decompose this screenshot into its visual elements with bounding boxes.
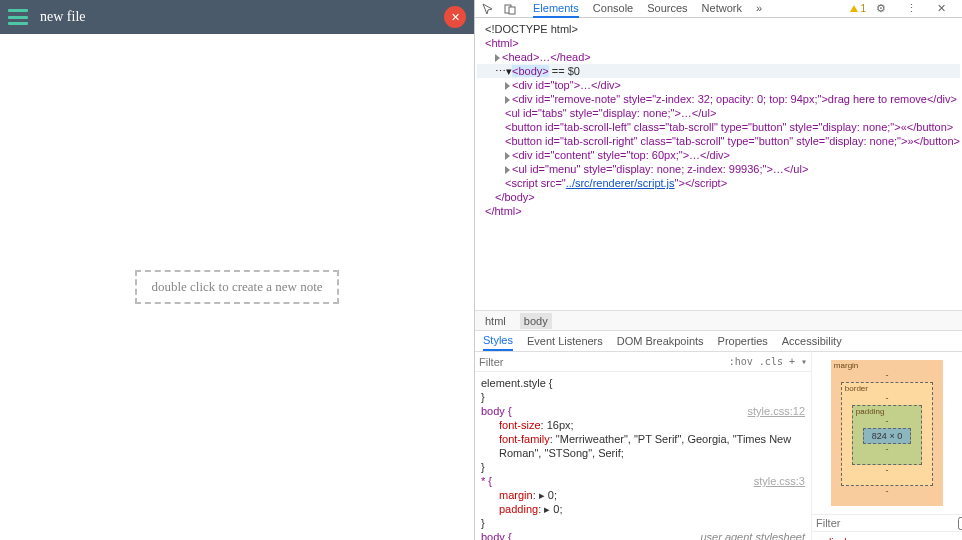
rule-star: style.css:3 * {	[481, 474, 805, 488]
dom-line: </body>	[477, 190, 960, 204]
warning-count: 1	[860, 3, 866, 14]
dom-line-selected: ⋯▾<body> == $0	[477, 64, 960, 78]
show-all-checkbox[interactable]: Show all	[958, 517, 962, 530]
tab-sources[interactable]: Sources	[647, 0, 687, 18]
styles-subtabs: Styles Event Listeners DOM Breakpoints P…	[475, 330, 962, 352]
computed-filter-row: Show all	[812, 515, 962, 532]
devtools-tabs: Elements Console Sources Network »	[533, 0, 850, 18]
chevron-down-icon[interactable]: ▾	[801, 356, 807, 367]
dom-line: <!DOCTYPE html>	[477, 22, 960, 36]
dom-line: <ul id="menu" style="display: none; z-in…	[477, 162, 960, 176]
subtab-styles[interactable]: Styles	[483, 331, 513, 351]
dom-line: <html>	[477, 36, 960, 50]
app-body[interactable]: double click to create a new note	[0, 34, 474, 540]
subtab-dombreakpoints[interactable]: DOM Breakpoints	[617, 332, 704, 350]
rule-body: style.css:12 body {	[481, 404, 805, 418]
breadcrumb: html body	[475, 310, 962, 330]
subtab-properties[interactable]: Properties	[718, 332, 768, 350]
dom-line: <button id="tab-scroll-right" class="tab…	[477, 134, 960, 148]
styles-filter-input[interactable]	[479, 356, 723, 368]
computed-filter-input[interactable]	[816, 517, 954, 529]
dom-line: <ul id="tabs" style="display: none;">…</…	[477, 106, 960, 120]
styles-panel: :hov .cls + ▾ element.style { } style.cs…	[475, 352, 962, 540]
dom-line: <div id="content" style="top: 60px;">…</…	[477, 148, 960, 162]
crumb-body[interactable]: body	[520, 313, 552, 329]
subtab-eventlisteners[interactable]: Event Listeners	[527, 332, 603, 350]
app-pane: new file ✕ double click to create a new …	[0, 0, 475, 540]
svg-rect-1	[509, 7, 515, 14]
dom-line: <div id="remove-note" style="z-index: 32…	[477, 92, 960, 106]
devtools-toolbar: Elements Console Sources Network » 1 ⚙ ⋮…	[475, 0, 962, 18]
cls-toggle[interactable]: .cls	[759, 356, 783, 367]
new-note-hint: double click to create a new note	[135, 270, 338, 304]
dom-line: <div id="top">…</div>	[477, 78, 960, 92]
subtab-accessibility[interactable]: Accessibility	[782, 332, 842, 350]
rule-ua-body: user agent stylesheet body {	[481, 530, 805, 540]
close-icon: ✕	[451, 11, 460, 24]
devtools-pane: Elements Console Sources Network » 1 ⚙ ⋮…	[475, 0, 962, 540]
crumb-html[interactable]: html	[481, 313, 510, 329]
css-rules[interactable]: element.style { } style.css:12 body { fo…	[475, 372, 811, 540]
hov-toggle[interactable]: :hov	[729, 356, 753, 367]
show-all-input[interactable]	[958, 517, 962, 530]
box-model-content: 824 × 0	[863, 428, 911, 444]
dom-line: <script src="../src/renderer/script.js">…	[477, 176, 960, 190]
rule-element-style: element.style {	[481, 376, 805, 390]
styles-rules: :hov .cls + ▾ element.style { } style.cs…	[475, 352, 812, 540]
app-title: new file	[40, 9, 85, 25]
dom-line: <button id="tab-scroll-left" class="tab-…	[477, 120, 960, 134]
kebab-icon[interactable]: ⋮	[904, 2, 918, 16]
tab-network[interactable]: Network	[702, 0, 742, 18]
warning-badge[interactable]: 1	[850, 3, 866, 14]
dom-tree[interactable]: <!DOCTYPE html> <html> <head>…</head> ⋯▾…	[475, 18, 962, 310]
hamburger-icon[interactable]	[8, 9, 28, 25]
dom-line: <head>…</head>	[477, 50, 960, 64]
computed-panel: margin - border - padding - 824 × 0 - -	[812, 352, 962, 540]
tab-console[interactable]: Console	[593, 0, 633, 18]
device-icon[interactable]	[503, 2, 517, 16]
inspect-icon[interactable]	[481, 2, 495, 16]
dom-line: </html>	[477, 204, 960, 218]
close-button[interactable]: ✕	[444, 6, 466, 28]
gear-icon[interactable]: ⚙	[874, 2, 888, 16]
devtools-close-icon[interactable]: ✕	[934, 2, 948, 16]
warning-icon	[850, 5, 858, 12]
new-rule-button[interactable]: +	[789, 356, 795, 367]
tab-elements[interactable]: Elements	[533, 0, 579, 18]
styles-filter-row: :hov .cls + ▾	[475, 352, 811, 372]
computed-list[interactable]: ▸ display block ▸ font-family Merriweath…	[812, 532, 962, 540]
box-model[interactable]: margin - border - padding - 824 × 0 - -	[812, 352, 962, 515]
tabs-overflow[interactable]: »	[756, 0, 762, 18]
app-header: new file ✕	[0, 0, 474, 34]
